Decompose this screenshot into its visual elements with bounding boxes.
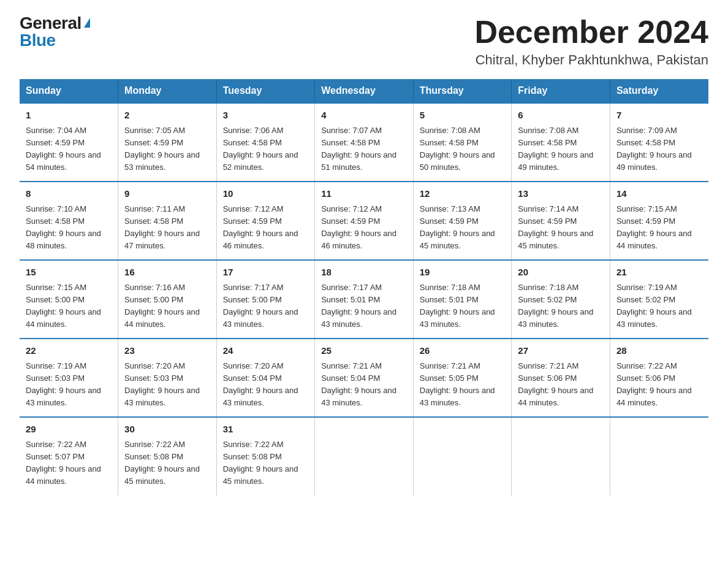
day-number: 6 [518,109,604,123]
calendar-cell: 25 Sunrise: 7:21 AMSunset: 5:04 PMDaylig… [315,339,414,417]
calendar-cell: 31 Sunrise: 7:22 AMSunset: 5:08 PMDaylig… [216,417,315,495]
day-info: Sunrise: 7:21 AMSunset: 5:04 PMDaylight:… [321,361,396,407]
day-info: Sunrise: 7:04 AMSunset: 4:59 PMDaylight:… [26,126,101,172]
col-thursday: Thursday [413,79,512,103]
day-number: 27 [518,344,604,358]
day-info: Sunrise: 7:19 AMSunset: 5:03 PMDaylight:… [26,361,101,407]
day-number: 11 [321,187,407,201]
calendar-cell: 5 Sunrise: 7:08 AMSunset: 4:58 PMDayligh… [413,103,512,182]
day-number: 16 [124,266,210,280]
calendar-week-row: 29 Sunrise: 7:22 AMSunset: 5:07 PMDaylig… [20,417,708,495]
day-number: 19 [420,266,506,280]
day-info: Sunrise: 7:15 AMSunset: 5:00 PMDaylight:… [26,283,101,329]
logo: General Blue [20,15,90,49]
calendar-cell: 6 Sunrise: 7:08 AMSunset: 4:58 PMDayligh… [512,103,610,182]
day-number: 17 [223,266,309,280]
day-number: 4 [321,109,407,123]
day-info: Sunrise: 7:18 AMSunset: 5:01 PMDaylight:… [420,283,495,329]
day-number: 25 [321,344,407,358]
calendar-cell: 22 Sunrise: 7:19 AMSunset: 5:03 PMDaylig… [20,339,118,417]
day-number: 8 [26,187,112,201]
day-number: 14 [616,187,702,201]
day-info: Sunrise: 7:08 AMSunset: 4:58 PMDaylight:… [518,126,593,172]
calendar-cell: 26 Sunrise: 7:21 AMSunset: 5:05 PMDaylig… [413,339,512,417]
calendar-cell: 23 Sunrise: 7:20 AMSunset: 5:03 PMDaylig… [118,339,217,417]
calendar-cell [315,417,414,495]
calendar-cell: 17 Sunrise: 7:17 AMSunset: 5:00 PMDaylig… [216,260,315,339]
calendar-week-row: 1 Sunrise: 7:04 AMSunset: 4:59 PMDayligh… [20,103,708,182]
calendar-cell [413,417,512,495]
calendar-cell: 10 Sunrise: 7:12 AMSunset: 4:59 PMDaylig… [216,182,315,260]
calendar-cell: 24 Sunrise: 7:20 AMSunset: 5:04 PMDaylig… [216,339,315,417]
day-number: 28 [616,344,702,358]
day-number: 15 [26,266,112,280]
col-saturday: Saturday [610,79,708,103]
day-info: Sunrise: 7:19 AMSunset: 5:02 PMDaylight:… [616,283,692,329]
col-monday: Monday [118,79,217,103]
day-number: 18 [321,266,407,280]
calendar-cell: 29 Sunrise: 7:22 AMSunset: 5:07 PMDaylig… [20,417,118,495]
day-info: Sunrise: 7:09 AMSunset: 4:58 PMDaylight:… [616,126,692,172]
calendar-cell: 16 Sunrise: 7:16 AMSunset: 5:00 PMDaylig… [118,260,217,339]
calendar-cell: 4 Sunrise: 7:07 AMSunset: 4:58 PMDayligh… [315,103,414,182]
day-number: 22 [26,344,112,358]
day-info: Sunrise: 7:21 AMSunset: 5:05 PMDaylight:… [420,361,495,407]
day-number: 23 [124,344,210,358]
col-friday: Friday [512,79,610,103]
calendar-table: Sunday Monday Tuesday Wednesday Thursday… [20,79,708,495]
calendar-cell: 21 Sunrise: 7:19 AMSunset: 5:02 PMDaylig… [610,260,708,339]
day-number: 20 [518,266,604,280]
day-info: Sunrise: 7:14 AMSunset: 4:59 PMDaylight:… [518,204,593,250]
calendar-week-row: 22 Sunrise: 7:19 AMSunset: 5:03 PMDaylig… [20,339,708,417]
day-info: Sunrise: 7:21 AMSunset: 5:06 PMDaylight:… [518,361,593,407]
day-info: Sunrise: 7:13 AMSunset: 4:59 PMDaylight:… [420,204,495,250]
day-info: Sunrise: 7:05 AMSunset: 4:59 PMDaylight:… [124,126,200,172]
calendar-cell: 19 Sunrise: 7:18 AMSunset: 5:01 PMDaylig… [413,260,512,339]
day-info: Sunrise: 7:12 AMSunset: 4:59 PMDaylight:… [321,204,396,250]
header-row: Sunday Monday Tuesday Wednesday Thursday… [20,79,708,103]
day-info: Sunrise: 7:07 AMSunset: 4:58 PMDaylight:… [321,126,396,172]
day-info: Sunrise: 7:11 AMSunset: 4:58 PMDaylight:… [124,204,200,250]
logo-triangle-icon [84,18,90,28]
calendar-cell: 9 Sunrise: 7:11 AMSunset: 4:58 PMDayligh… [118,182,217,260]
calendar-cell: 14 Sunrise: 7:15 AMSunset: 4:59 PMDaylig… [610,182,708,260]
day-number: 3 [223,109,309,123]
calendar-cell: 1 Sunrise: 7:04 AMSunset: 4:59 PMDayligh… [20,103,118,182]
calendar-cell: 2 Sunrise: 7:05 AMSunset: 4:59 PMDayligh… [118,103,217,182]
day-number: 29 [26,423,112,437]
logo-general: General [20,15,82,32]
calendar-cell: 13 Sunrise: 7:14 AMSunset: 4:59 PMDaylig… [512,182,610,260]
calendar-body: 1 Sunrise: 7:04 AMSunset: 4:59 PMDayligh… [20,103,708,495]
day-number: 21 [616,266,702,280]
day-number: 10 [223,187,309,201]
calendar-cell: 12 Sunrise: 7:13 AMSunset: 4:59 PMDaylig… [413,182,512,260]
calendar-cell [512,417,610,495]
day-info: Sunrise: 7:20 AMSunset: 5:04 PMDaylight:… [223,361,298,407]
calendar-cell [610,417,708,495]
day-info: Sunrise: 7:20 AMSunset: 5:03 PMDaylight:… [124,361,200,407]
day-number: 12 [420,187,506,201]
calendar-cell: 3 Sunrise: 7:06 AMSunset: 4:58 PMDayligh… [216,103,315,182]
day-info: Sunrise: 7:12 AMSunset: 4:59 PMDaylight:… [223,204,298,250]
day-info: Sunrise: 7:18 AMSunset: 5:02 PMDaylight:… [518,283,593,329]
day-info: Sunrise: 7:22 AMSunset: 5:06 PMDaylight:… [616,361,692,407]
calendar-cell: 15 Sunrise: 7:15 AMSunset: 5:00 PMDaylig… [20,260,118,339]
month-year-title: December 2024 [474,15,708,50]
day-info: Sunrise: 7:22 AMSunset: 5:08 PMDaylight:… [223,440,298,486]
day-number: 9 [124,187,210,201]
page-header: General Blue December 2024 Chitral, Khyb… [20,15,708,68]
logo-blue: Blue [20,32,56,49]
day-number: 7 [616,109,702,123]
day-number: 1 [26,109,112,123]
day-info: Sunrise: 7:17 AMSunset: 5:00 PMDaylight:… [223,283,298,329]
calendar-cell: 18 Sunrise: 7:17 AMSunset: 5:01 PMDaylig… [315,260,414,339]
day-number: 2 [124,109,210,123]
day-number: 26 [420,344,506,358]
calendar-week-row: 15 Sunrise: 7:15 AMSunset: 5:00 PMDaylig… [20,260,708,339]
calendar-week-row: 8 Sunrise: 7:10 AMSunset: 4:58 PMDayligh… [20,182,708,260]
calendar-cell: 27 Sunrise: 7:21 AMSunset: 5:06 PMDaylig… [512,339,610,417]
day-info: Sunrise: 7:17 AMSunset: 5:01 PMDaylight:… [321,283,396,329]
day-number: 24 [223,344,309,358]
calendar-cell: 8 Sunrise: 7:10 AMSunset: 4:58 PMDayligh… [20,182,118,260]
calendar-cell: 30 Sunrise: 7:22 AMSunset: 5:08 PMDaylig… [118,417,217,495]
